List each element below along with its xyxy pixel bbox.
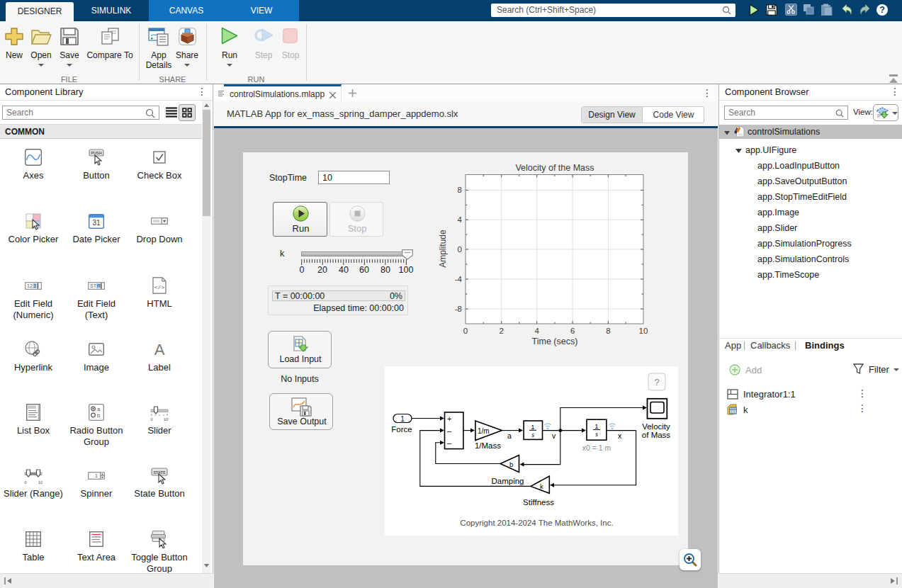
svg-text:10: 10 — [38, 480, 43, 485]
svg-text:–: – — [447, 439, 452, 447]
svg-text:R: R — [97, 283, 101, 288]
svg-text:31: 31 — [92, 219, 101, 227]
svg-text:1: 1 — [95, 473, 98, 478]
svg-text:0: 0 — [150, 417, 153, 422]
svg-text:</>: </> — [154, 284, 165, 290]
svg-text:10: 10 — [639, 327, 648, 335]
svg-text:0: 0 — [463, 327, 468, 335]
svg-text:Force: Force — [391, 425, 412, 434]
svg-text:3: 3 — [33, 283, 36, 288]
svg-text:1: 1 — [594, 422, 598, 430]
svg-text:Stiffness: Stiffness — [523, 498, 554, 507]
svg-text:4: 4 — [458, 215, 463, 224]
svg-text:v: v — [552, 431, 556, 440]
svg-text:–: – — [447, 426, 452, 435]
svg-text:1/Mass: 1/Mass — [475, 441, 501, 450]
svg-text:8: 8 — [606, 327, 610, 335]
svg-text:-8: -8 — [455, 305, 462, 313]
svg-text:of Mass: of Mass — [642, 431, 671, 439]
svg-text:ST: ST — [90, 283, 97, 288]
svg-text:2: 2 — [499, 327, 503, 335]
svg-text:0: 0 — [24, 480, 27, 485]
svg-text:x0 = 1 m: x0 = 1 m — [582, 443, 611, 452]
svg-text:-4: -4 — [455, 275, 463, 283]
svg-text:STATE: STATE — [153, 470, 166, 475]
svg-text:6: 6 — [570, 327, 575, 335]
svg-text:Amplitude: Amplitude — [438, 230, 448, 268]
svg-text:10: 10 — [164, 417, 169, 422]
svg-text:+: + — [447, 414, 451, 423]
svg-text:A: A — [154, 341, 165, 358]
svg-text:?: ? — [654, 377, 659, 388]
svg-text:1: 1 — [531, 423, 534, 431]
svg-text:b: b — [97, 412, 100, 419]
svg-text:1: 1 — [400, 415, 405, 423]
svg-text:Damping: Damping — [491, 477, 524, 485]
svg-text:b: b — [509, 460, 513, 468]
svg-text:k: k — [540, 482, 543, 490]
svg-text:Velocity: Velocity — [642, 422, 670, 431]
svg-text:0: 0 — [458, 245, 462, 254]
svg-text:Time (secs): Time (secs) — [532, 337, 578, 346]
svg-text:a: a — [507, 431, 512, 440]
svg-text:PUSH: PUSH — [91, 151, 101, 155]
svg-text:x: x — [618, 431, 622, 440]
svg-text:s: s — [531, 431, 534, 439]
svg-text:12: 12 — [27, 283, 33, 288]
svg-text:s: s — [595, 431, 598, 438]
svg-text:8: 8 — [458, 186, 462, 194]
svg-text:4: 4 — [534, 327, 539, 335]
svg-text:Copyright 2014-2024 The MathWo: Copyright 2014-2024 The MathWorks, Inc. — [460, 519, 613, 527]
svg-text:Velocity of the Mass: Velocity of the Mass — [515, 163, 594, 173]
svg-text:1/m: 1/m — [478, 427, 490, 435]
